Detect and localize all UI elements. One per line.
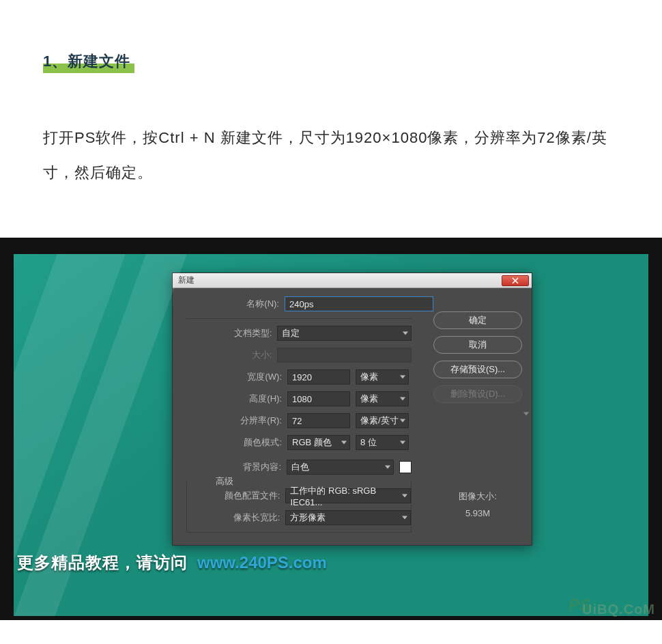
corner-watermark: UiBQ.CoM (582, 602, 655, 617)
chevron-down-icon (400, 441, 405, 445)
advanced-legend: 高级 (212, 475, 238, 488)
watermark-banner: 更多精品教程，请访问 www.240PS.com (17, 552, 327, 574)
close-button[interactable] (502, 275, 529, 286)
width-unit-select[interactable]: 像素 (356, 369, 409, 384)
chevron-down-icon (400, 419, 405, 423)
size-select (277, 348, 412, 363)
name-label: 名称(N): (184, 298, 279, 310)
pixel-aspect-label: 像素长宽比: (187, 512, 280, 524)
ok-button[interactable]: 确定 (433, 311, 522, 329)
new-document-dialog: 新建 名称(N): 240ps 文档类型: 自定 大小: (172, 272, 532, 546)
width-input[interactable]: 1920 (287, 369, 350, 384)
width-label: 宽度(W): (186, 371, 282, 383)
doctype-select[interactable]: 自定 (277, 326, 412, 341)
chevron-down-icon (400, 397, 405, 401)
chevron-down-icon (385, 466, 390, 469)
chevron-down-icon (341, 441, 347, 445)
chevron-down-icon (402, 516, 407, 520)
dialog-title: 新建 (178, 275, 195, 286)
delete-preset-button: 删除预设(D)... (433, 385, 522, 403)
section-heading: 1、新建文件 (43, 51, 134, 73)
save-preset-button[interactable]: 存储预设(S)... (433, 361, 522, 378)
cancel-button[interactable]: 取消 (433, 336, 522, 354)
chevron-down-icon (403, 332, 408, 335)
color-profile-label: 颜色配置文件: (187, 490, 280, 502)
chevron-down-icon (523, 412, 529, 416)
background-color-swatch[interactable] (399, 461, 412, 473)
image-size-info: 图像大小: 5.93M (433, 488, 522, 522)
color-mode-label: 颜色模式: (186, 436, 282, 449)
chevron-down-icon (400, 376, 405, 379)
watermark-url: www.240PS.com (197, 553, 327, 572)
doctype-label: 文档类型: (186, 327, 272, 339)
background-canvas: 新建 名称(N): 240ps 文档类型: 自定 大小: (14, 254, 648, 616)
name-input[interactable]: 240ps (285, 296, 433, 311)
image-size-label: 图像大小: (433, 488, 522, 505)
background-select[interactable]: 白色 (287, 460, 394, 475)
dialog-title-bar[interactable]: 新建 (173, 273, 532, 288)
height-input[interactable]: 1080 (287, 391, 350, 406)
resolution-input[interactable]: 72 (287, 413, 350, 428)
height-unit-select[interactable]: 像素 (356, 391, 409, 406)
background-label: 背景内容: (186, 461, 281, 473)
instruction-text: 打开PS软件，按Ctrl + N 新建文件，尺寸为1920×1080像素，分辨率… (43, 121, 619, 190)
height-label: 高度(H): (186, 393, 282, 405)
chevron-down-icon (402, 494, 407, 498)
watermark-text: 更多精品教程，请访问 (17, 552, 188, 574)
screenshot-container: 新建 名称(N): 240ps 文档类型: 自定 大小: (0, 238, 662, 620)
color-profile-select[interactable]: 工作中的 RGB: sRGB IEC61... (285, 488, 411, 503)
close-icon (512, 277, 519, 284)
resolution-label: 分辨率(R): (186, 415, 282, 427)
image-size-value: 5.93M (433, 505, 522, 522)
color-mode-select[interactable]: RGB 颜色 (287, 435, 350, 450)
size-label: 大小: (186, 349, 272, 361)
bit-depth-select[interactable]: 8 位 (356, 435, 409, 450)
pixel-aspect-select[interactable]: 方形像素 (285, 510, 411, 525)
resolution-unit-select[interactable]: 像素/英寸 (356, 413, 409, 428)
